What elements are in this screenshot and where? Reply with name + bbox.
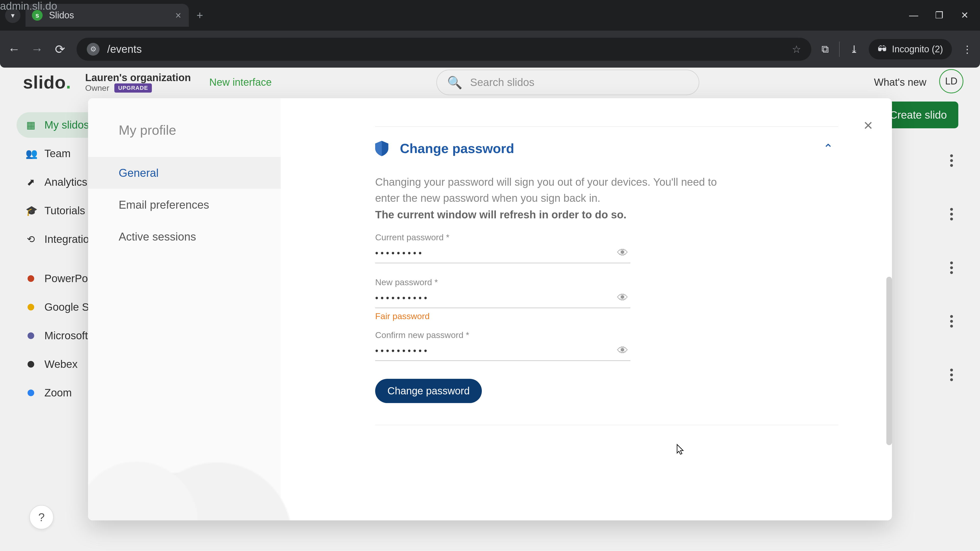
input-value: •••••••••• — [375, 346, 612, 356]
close-modal-button[interactable]: × — [864, 116, 873, 134]
chevron-up-icon[interactable]: ⌃ — [823, 141, 833, 156]
new-password-field: New password * •••••••••• 👁 Fair passwor… — [375, 277, 630, 321]
current-password-input[interactable]: ••••••••• 👁 — [375, 246, 630, 263]
url-text: admin.sli.do/events — [107, 43, 142, 56]
section-description: Changing your password will sign you out… — [375, 174, 732, 206]
modal-content: × Change password ⌃ Changing your passwo… — [281, 98, 892, 520]
show-password-icon[interactable]: 👁 — [617, 291, 628, 304]
help-button[interactable]: ? — [29, 505, 54, 529]
input-value: •••••••••• — [375, 293, 612, 303]
cursor-icon — [675, 444, 685, 456]
scrollbar[interactable] — [886, 277, 892, 445]
modal-nav-general[interactable]: General — [88, 157, 281, 189]
address-bar-row: ← → ⟳ ⚙ admin.sli.do/events ☆ ⧉ ⤓ 🕶 Inco… — [0, 30, 980, 68]
shield-icon — [375, 141, 388, 156]
show-password-icon[interactable]: 👁 — [617, 246, 628, 259]
confirm-password-input[interactable]: •••••••••• 👁 — [375, 344, 630, 361]
field-label: Current password * — [375, 232, 630, 242]
browser-chrome: ▾ s Slidos × + — ❐ ✕ ← → ⟳ ⚙ admin.sli.d… — [0, 0, 980, 68]
change-password-section: Change password ⌃ Changing your password… — [375, 126, 838, 425]
current-password-field: Current password * ••••••••• 👁 — [375, 232, 630, 263]
address-bar[interactable]: ⚙ admin.sli.do/events ☆ — [76, 38, 811, 61]
show-password-icon[interactable]: 👁 — [617, 344, 628, 357]
section-title: Change password — [400, 141, 811, 156]
change-password-button[interactable]: Change password — [375, 379, 482, 403]
input-value: ••••••••• — [375, 248, 612, 258]
new-password-input[interactable]: •••••••••• 👁 — [375, 291, 630, 308]
modal-nav-active-sessions[interactable]: Active sessions — [88, 221, 281, 252]
confirm-password-field: Confirm new password * •••••••••• 👁 — [375, 330, 630, 361]
modal-title: My profile — [88, 122, 281, 157]
field-label: New password * — [375, 277, 630, 287]
field-label: Confirm new password * — [375, 330, 630, 340]
section-description-strong: The current window will refresh in order… — [375, 209, 838, 221]
section-header[interactable]: Change password ⌃ — [375, 141, 838, 156]
password-strength-label: Fair password — [375, 311, 630, 321]
modal-nav-email-preferences[interactable]: Email preferences — [88, 189, 281, 221]
modal-sidebar: My profile General Email preferences Act… — [88, 98, 281, 520]
profile-modal: My profile General Email preferences Act… — [88, 98, 892, 520]
